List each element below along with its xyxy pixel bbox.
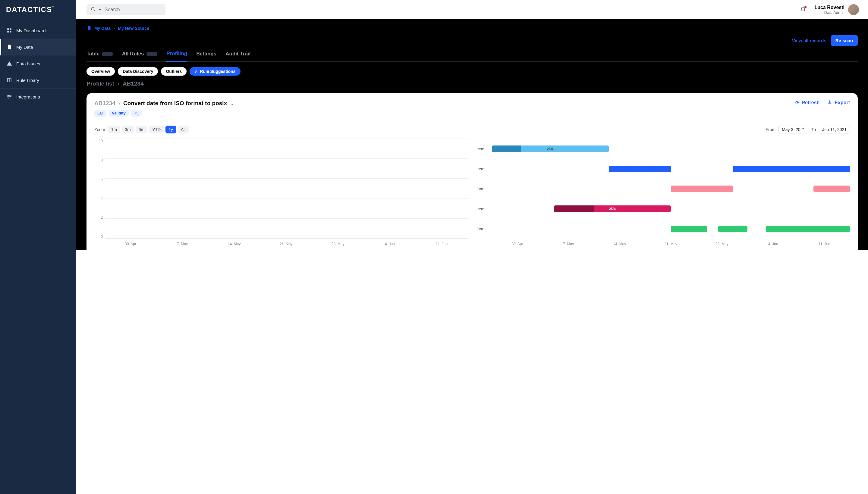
gantt-row-label: Item [477, 167, 492, 171]
zoom-option-all[interactable]: All [178, 126, 189, 133]
svg-point-10 [10, 96, 11, 97]
chevron-right-icon: › [118, 100, 120, 107]
svg-rect-1 [10, 28, 12, 30]
breadcrumb-current[interactable]: My New Source [118, 26, 149, 31]
search-input[interactable] [105, 7, 165, 12]
page-header-dark: My Data › My New Source View all records… [76, 19, 868, 250]
gantt-row-label: Item [477, 147, 492, 151]
gantt-rows: Item25%ItemItemItem25%Item [477, 139, 850, 239]
chevron-down-icon[interactable] [98, 7, 101, 12]
gantt-bar[interactable] [609, 166, 671, 172]
tab-profiling[interactable]: Profiling [166, 48, 187, 62]
rescan-button[interactable]: Re-scan [831, 35, 858, 46]
gantt-chart[interactable]: Item25%ItemItemItem25%Item 30. Apr7. May… [477, 139, 850, 247]
svg-rect-3 [10, 31, 12, 33]
search-icon [91, 7, 95, 13]
tab-table[interactable]: Table000 [87, 49, 113, 61]
card-title: Convert date from ISO format to posix [123, 100, 227, 107]
download-icon [827, 100, 832, 106]
plot-area [105, 139, 468, 239]
gantt-row: Item25% [477, 146, 850, 152]
gantt-bar[interactable]: 25% [554, 205, 671, 212]
top-header: Luca Rovesti Data Admin [76, 0, 868, 19]
tab-badge: 000 [146, 52, 158, 56]
tag-more[interactable]: +5 [131, 110, 142, 117]
breadcrumb-root[interactable]: My Data [94, 26, 111, 31]
gantt-row-label: Item [477, 187, 492, 191]
sidebar-item-label: Rule Libary [16, 78, 39, 83]
zoom-option-3m[interactable]: 3m [122, 126, 133, 133]
svg-rect-0 [7, 28, 9, 30]
profile-breadcrumb-root[interactable]: Profile list [87, 80, 114, 87]
sidebar-item-label: Data Issues [16, 61, 40, 66]
tag-lei[interactable]: LEI [94, 110, 106, 117]
sidebar-item-dashboard[interactable]: My Dashboard [0, 22, 76, 39]
zoom-option-1m[interactable]: 1m [108, 126, 120, 133]
gantt-bar[interactable] [733, 166, 850, 172]
tab-badge: 000 [102, 52, 113, 56]
notifications-button[interactable] [800, 7, 806, 13]
search-box[interactable] [87, 4, 165, 15]
gantt-row: Item25% [477, 205, 850, 212]
export-button[interactable]: Export [827, 100, 850, 106]
card-tags: LEI Validity +5 [94, 110, 235, 117]
sidebar: DATACTICS™ My Dashboard My Data Data Iss… [0, 0, 76, 494]
chevron-down-icon[interactable]: ⌄ [230, 100, 235, 107]
chevron-right-icon: › [114, 26, 115, 31]
zoom-option-ytd[interactable]: YTD [149, 126, 164, 133]
profile-card: AB1234 › Convert date from ISO format to… [87, 93, 858, 250]
gantt-row-label: Item [477, 227, 492, 231]
zoom-controls: Zoom 1m3m6mYTD1yAll From May 3, 2021 To … [94, 126, 850, 133]
gantt-bar[interactable] [671, 226, 707, 232]
gantt-bar[interactable] [671, 186, 733, 192]
svg-point-9 [8, 95, 9, 96]
refresh-button[interactable]: ⟳ Refresh [795, 100, 820, 106]
x-axis: 30. Apr7. May14. May21. May28. May4. Jun… [105, 240, 468, 247]
profile-breadcrumb-current: AB1234 [123, 80, 144, 87]
y-axis: 1086420 [94, 139, 103, 239]
breadcrumb: My Data › My New Source [87, 25, 858, 31]
warning-icon [7, 61, 12, 66]
sidebar-item-label: Integrations [16, 94, 40, 99]
card-title-row: AB1234 › Convert date from ISO format to… [94, 100, 235, 107]
tab-audittrail[interactable]: Audit Trail [225, 49, 251, 61]
tag-validity[interactable]: Validity [109, 110, 129, 117]
from-date-input[interactable]: May 3, 2021 [778, 126, 808, 133]
sidebar-item-mydata[interactable]: My Data [0, 39, 76, 55]
x-axis: 30. Apr7. May14. May21. May28. May4. Jun… [492, 240, 850, 247]
gantt-row-label: Item [477, 207, 492, 211]
user-menu[interactable]: Luca Rovesti Data Admin [814, 4, 859, 15]
sliders-icon [7, 94, 12, 99]
gantt-row: Item [477, 186, 850, 192]
sidebar-item-issues[interactable]: Data Issues [0, 55, 76, 72]
card-code: AB1234 [94, 100, 115, 107]
gantt-bar[interactable] [813, 186, 850, 192]
view-all-records-link[interactable]: View all records [792, 38, 826, 43]
chip-data-discovery[interactable]: Data Discovery [118, 67, 158, 76]
brand-logo: DATACTICS™ [0, 0, 76, 22]
to-date-input[interactable]: Jun 11, 2021 [819, 126, 850, 133]
to-label: To [811, 127, 816, 132]
gantt-bar[interactable]: 25% [492, 146, 609, 152]
zoom-option-6m[interactable]: 6m [136, 126, 147, 133]
gantt-bar[interactable] [718, 226, 747, 232]
gantt-row: Item [477, 226, 850, 232]
chip-overview[interactable]: Overview [87, 67, 115, 76]
svg-point-11 [8, 98, 10, 98]
user-name: Luca Rovesti [814, 5, 845, 10]
chip-outliers[interactable]: Outliers [161, 67, 187, 76]
zoom-option-1y[interactable]: 1y [165, 126, 176, 133]
gantt-row: Item [477, 166, 850, 172]
sidebar-item-integrations[interactable]: Integrations [0, 89, 76, 105]
gantt-bar[interactable] [766, 226, 850, 232]
candlestick-chart[interactable]: 1086420 30. Apr7. May14. May21. May28. M… [94, 139, 468, 247]
avatar[interactable] [848, 4, 859, 15]
tab-settings[interactable]: Settings [196, 49, 216, 61]
chip-rule-suggestions[interactable]: ✓ Rule Suggestions [189, 67, 240, 76]
book-icon [7, 77, 12, 83]
file-icon [87, 25, 91, 31]
svg-line-13 [94, 10, 95, 11]
tab-allrules[interactable]: All Rules000 [122, 49, 157, 61]
sidebar-item-rulelibrary[interactable]: Rule Libary [0, 72, 76, 89]
refresh-icon: ⟳ [795, 100, 799, 106]
